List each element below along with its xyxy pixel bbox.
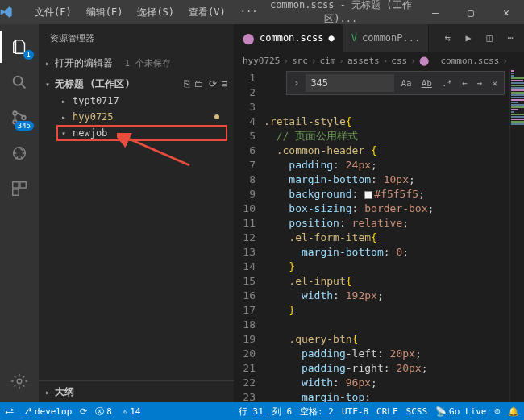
sidebar-header: 资源管理器 (39, 24, 234, 52)
svg-point-1 (13, 111, 17, 115)
menu-file[interactable]: 文件(F) (28, 2, 78, 23)
svg-rect-6 (20, 182, 26, 188)
window-close[interactable]: ✕ (489, 0, 524, 24)
svg-rect-5 (13, 182, 19, 188)
find-word-icon[interactable]: Ab (418, 78, 435, 89)
activity-scm-icon[interactable]: 345 (0, 102, 39, 134)
code-content[interactable]: .retail-style{ // 页面公用样式 .common-header … (264, 69, 509, 402)
svg-rect-7 (13, 189, 19, 195)
run-icon[interactable]: ▶ (460, 32, 477, 44)
tree-folder-typt0717[interactable]: ▸ typt0717 (56, 93, 227, 109)
status-encoding[interactable]: UTF-8 (342, 405, 368, 418)
tab-common-scss[interactable]: ⬤ common.scss ● (235, 24, 343, 52)
svg-point-0 (14, 77, 23, 85)
tab-commonp[interactable]: V commonP... (343, 24, 429, 52)
workspace-section[interactable]: ▾ 无标题 (工作区) ⎘ 🗀 ⟳ ⊟ (45, 75, 227, 93)
compare-icon[interactable]: ⇆ (439, 32, 456, 44)
more-icon[interactable]: ⋯ (501, 32, 519, 44)
menu-more[interactable]: ··· (234, 2, 264, 23)
minimap[interactable] (509, 69, 524, 402)
menu-bar: 文件(F) 编辑(E) 选择(S) 查看(V) ··· (28, 2, 264, 23)
status-feedback-icon[interactable]: ☺ (494, 405, 500, 418)
refresh-icon[interactable]: ⟳ (209, 78, 217, 89)
find-widget: › Aa Ab .* ← → ✕ (286, 71, 505, 95)
chevron-right-icon: ▸ (61, 97, 71, 106)
branch-icon: ⎇ (22, 406, 32, 417)
chevron-right-icon: ▸ (45, 59, 55, 68)
svg-point-8 (17, 379, 22, 384)
svg-point-3 (22, 116, 26, 120)
outline-section[interactable]: ▸ 大纲 (45, 383, 227, 401)
status-problems[interactable]: ⓧ8 ⚠14 (95, 405, 140, 418)
dirty-indicator-icon: ● (328, 32, 334, 44)
status-remote[interactable]: ⮂ (5, 406, 14, 417)
collapse-icon[interactable]: ⊟ (222, 78, 227, 89)
new-file-icon[interactable]: ⎘ (184, 78, 189, 89)
window-maximize[interactable]: ▢ (453, 0, 489, 24)
menu-edit[interactable]: 编辑(E) (80, 2, 130, 23)
chevron-right-icon: ▸ (61, 113, 71, 122)
status-sync[interactable]: ⟳ (80, 406, 87, 417)
find-next-icon[interactable]: → (474, 78, 486, 89)
find-regex-icon[interactable]: .* (439, 78, 455, 89)
status-lang[interactable]: SCSS (406, 405, 428, 418)
chevron-down-icon: ▾ (61, 129, 71, 138)
chevron-right-icon: ▸ (45, 388, 55, 397)
window-title: common.scss - 无标题 (工作区)... (264, 0, 418, 26)
activity-debug-icon[interactable] (0, 137, 39, 169)
activity-explorer-icon[interactable]: 1 (0, 31, 39, 63)
split-icon[interactable]: ◫ (480, 32, 498, 44)
find-expand-icon[interactable]: › (290, 77, 302, 89)
new-folder-icon[interactable]: 🗀 (194, 78, 204, 89)
activity-settings-icon[interactable] (0, 365, 39, 397)
tree-folder-hyy0725[interactable]: ▸ hyy0725 (56, 109, 227, 125)
open-editors-section[interactable]: ▸ 打开的编辑器 1 个未保存 (45, 54, 227, 72)
error-icon: ⓧ (95, 405, 104, 418)
find-case-icon[interactable]: Aa (397, 78, 414, 89)
vue-icon: V (351, 32, 357, 44)
breadcrumb[interactable]: hyy0725› src› cim› assets› css› ⬤ common… (235, 52, 524, 69)
chevron-down-icon: ▾ (45, 80, 55, 89)
status-branch[interactable]: ⎇develop (22, 406, 72, 417)
find-close-icon[interactable]: ✕ (489, 78, 501, 89)
line-numbers: 1234567891011121314151617181920212223 (235, 69, 264, 402)
find-prev-icon[interactable]: ← (459, 78, 471, 89)
status-golive[interactable]: 📡Go Live (435, 405, 486, 418)
find-input[interactable] (306, 74, 394, 92)
menu-view[interactable]: 查看(V) (182, 2, 232, 23)
status-spaces[interactable]: 空格: 2 (300, 405, 334, 418)
warning-icon: ⚠ (123, 406, 128, 417)
explorer-badge: 1 (23, 50, 34, 60)
status-bell-icon[interactable]: 🔔 (508, 405, 519, 418)
menu-selection[interactable]: 选择(S) (131, 2, 181, 23)
status-cursor[interactable]: 行 31，列 6 (239, 405, 292, 418)
tree-folder-newjob[interactable]: ▾ newjob (56, 125, 227, 141)
status-eol[interactable]: CRLF (376, 405, 398, 418)
activity-extensions-icon[interactable] (0, 173, 39, 205)
activity-search-icon[interactable] (0, 66, 39, 98)
broadcast-icon: 📡 (435, 406, 447, 417)
scm-badge: 345 (15, 121, 34, 131)
window-minimize[interactable]: ― (418, 0, 453, 24)
sass-icon: ⬤ (243, 32, 255, 44)
vscode-icon (0, 6, 28, 19)
